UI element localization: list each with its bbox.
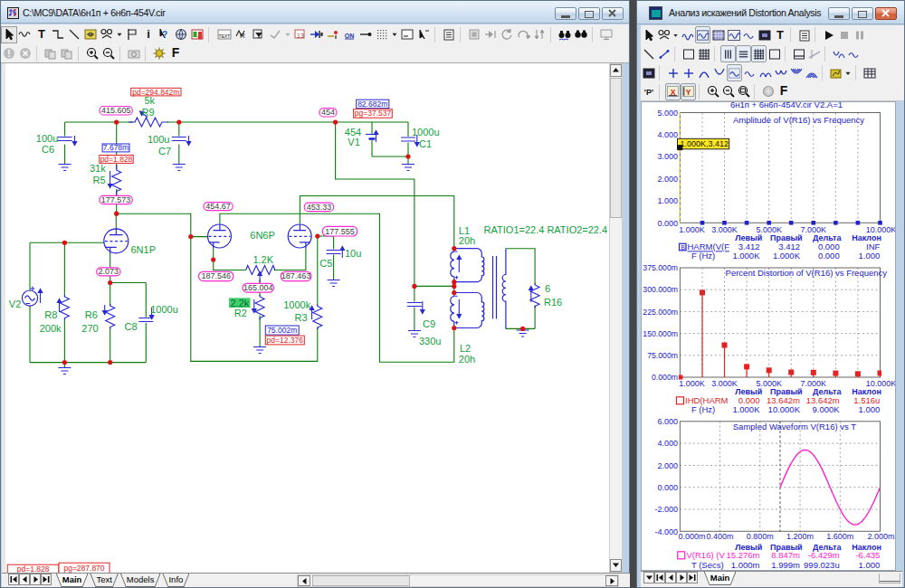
svg-text:100u: 100u (36, 133, 58, 144)
svg-text:R2: R2 (234, 308, 247, 318)
svg-text:454: 454 (321, 108, 335, 117)
svg-text:TEXT: TEXT (219, 33, 231, 39)
svg-text:1.000K: 1.000K (773, 251, 801, 261)
svg-text:75.000m: 75.000m (647, 351, 678, 360)
svg-text:3.000K: 3.000K (711, 379, 738, 388)
svg-text:2.000m: 2.000m (867, 532, 894, 541)
svg-text:?: ? (162, 30, 167, 40)
svg-text:L1: L1 (459, 225, 470, 236)
svg-text:100u: 100u (148, 134, 169, 145)
svg-text:i: i (147, 27, 150, 41)
svg-text:1.000K,3.412: 1.000K,3.412 (681, 139, 729, 148)
svg-text:T (Secs): T (Secs) (691, 560, 724, 570)
svg-text:V1: V1 (348, 137, 359, 147)
svg-text:1.000K: 1.000K (679, 379, 705, 388)
svg-text:6: 6 (545, 283, 550, 294)
svg-text:2.2k: 2.2k (231, 298, 250, 308)
svg-text:20h: 20h (459, 354, 475, 365)
svg-text:2.000: 2.000 (657, 461, 678, 470)
svg-text:F: F (779, 84, 787, 98)
svg-text:1000u: 1000u (412, 127, 440, 138)
svg-text:F (Hz): F (Hz) (691, 251, 715, 261)
svg-text:F: F (172, 46, 180, 60)
svg-text:20h: 20h (459, 235, 475, 246)
svg-text:C9: C9 (423, 318, 435, 329)
svg-text:V2: V2 (9, 299, 21, 309)
svg-text:Percent Distortion of V(R16) v: Percent Distortion of V(R16) vs Frequenc… (726, 268, 888, 278)
svg-text:pg=37.537: pg=37.537 (355, 109, 392, 118)
svg-text:225.000m: 225.000m (643, 308, 678, 317)
svg-text:Y: Y (686, 88, 691, 97)
svg-text:999.023u: 999.023u (804, 560, 840, 570)
svg-text:pd=12.376: pd=12.376 (267, 336, 304, 345)
svg-text:0.000m: 0.000m (652, 373, 678, 382)
svg-text:10u: 10u (345, 248, 361, 259)
svg-text:1.000: 1.000 (859, 251, 881, 261)
svg-text:0.000: 0.000 (657, 483, 678, 492)
svg-text:R6: R6 (85, 309, 98, 320)
svg-text:5k: 5k (145, 95, 156, 106)
svg-text:T: T (38, 27, 45, 41)
svg-text:C5: C5 (319, 258, 332, 269)
svg-text:Левый: Левый (735, 233, 762, 242)
svg-text:5.000: 5.000 (657, 109, 678, 118)
svg-text:C7: C7 (158, 146, 171, 156)
svg-text:1000u: 1000u (150, 304, 178, 315)
svg-text:1.000: 1.000 (859, 404, 881, 414)
svg-text:15.276m: 15.276m (727, 550, 760, 560)
svg-text:177.555: 177.555 (325, 227, 355, 236)
svg-text:187.463: 187.463 (281, 271, 311, 280)
svg-text:0.800m: 0.800m (747, 532, 774, 541)
svg-text:C1: C1 (419, 138, 432, 149)
svg-text:453.33: 453.33 (307, 203, 332, 212)
svg-text:330u: 330u (419, 336, 441, 346)
svg-text:200k: 200k (40, 323, 62, 334)
svg-text:pd=294.842m: pd=294.842m (132, 88, 179, 97)
svg-text:4.000: 4.000 (657, 130, 678, 139)
svg-text:Наклон: Наклон (852, 233, 881, 242)
svg-text:Amplitude of V(R16) vs Frequen: Amplitude of V(R16) vs Frequency (733, 115, 864, 125)
svg-text:R3: R3 (295, 312, 308, 323)
svg-text:-6.435: -6.435 (855, 550, 880, 560)
svg-text:13: 13 (297, 33, 304, 39)
svg-text:Дельта: Дельта (813, 233, 842, 242)
svg-text:415.605: 415.605 (101, 106, 131, 115)
svg-text:165.004: 165.004 (243, 283, 273, 292)
svg-text:Sampled Waveform V(R16) vs T: Sampled Waveform V(R16) vs T (733, 422, 856, 432)
svg-text:1.2K: 1.2K (252, 254, 273, 265)
svg-text:1.600m: 1.600m (826, 532, 853, 541)
svg-text:R16: R16 (544, 297, 562, 308)
svg-text:1.000K: 1.000K (732, 251, 760, 261)
svg-text:1.000K: 1.000K (732, 404, 760, 414)
svg-text:1.000: 1.000 (657, 196, 678, 205)
svg-text:6N1P: 6N1P (131, 244, 157, 255)
svg-text:1.000: 1.000 (859, 560, 881, 570)
svg-text:177.573: 177.573 (101, 195, 131, 204)
svg-text:31k: 31k (90, 163, 106, 174)
svg-text:R8: R8 (44, 309, 57, 320)
svg-text:1.000m: 1.000m (731, 560, 760, 570)
svg-text:10.000K: 10.000K (768, 404, 801, 414)
svg-text:6N6P: 6N6P (250, 230, 275, 241)
svg-text:-6.429m: -6.429m (808, 550, 840, 560)
svg-text:3.000: 3.000 (657, 152, 678, 161)
svg-text:1.999m: 1.999m (771, 560, 800, 570)
svg-text:R9: R9 (142, 107, 155, 118)
svg-text:3.000K: 3.000K (711, 225, 738, 234)
svg-text:-4.000: -4.000 (654, 527, 678, 536)
svg-text:454.67: 454.67 (205, 202, 231, 211)
svg-text:pg=287.870: pg=287.870 (63, 564, 104, 573)
svg-text:8.847m: 8.847m (771, 550, 800, 560)
svg-text:pd=1.828: pd=1.828 (17, 564, 50, 573)
svg-text:454: 454 (345, 127, 361, 138)
svg-text:300.000m: 300.000m (643, 285, 678, 294)
svg-text:R: R (240, 32, 245, 40)
svg-text:-2.000: -2.000 (654, 505, 678, 514)
svg-text:0.000m: 0.000m (678, 532, 705, 541)
svg-text:187.546: 187.546 (201, 271, 231, 280)
svg-text:7.678m: 7.678m (103, 143, 129, 152)
svg-text:2.073: 2.073 (99, 267, 119, 276)
svg-text:0.000: 0.000 (657, 219, 678, 228)
svg-text:Правый: Правый (770, 233, 803, 242)
svg-text:0.000: 0.000 (818, 251, 840, 261)
